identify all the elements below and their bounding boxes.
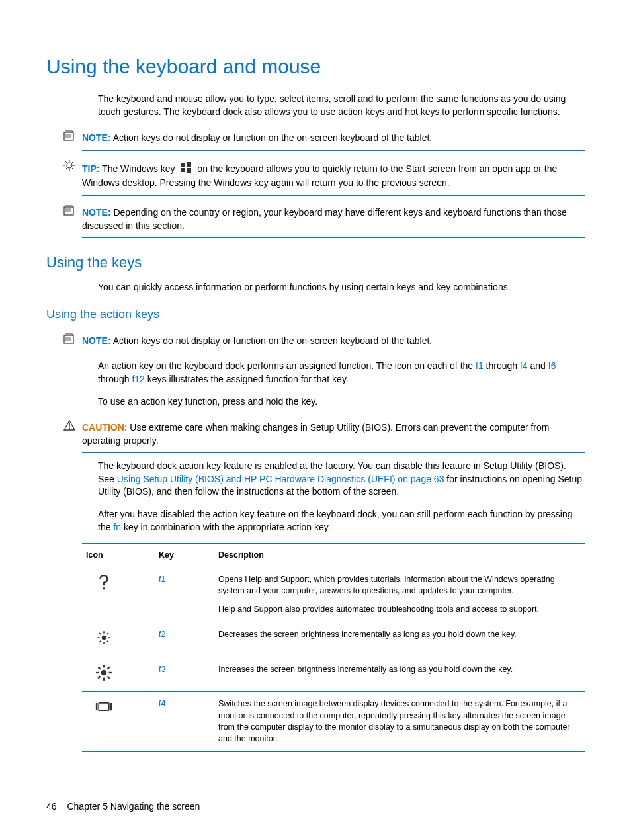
- key-fn: fn: [113, 522, 121, 532]
- note-icon: [63, 205, 75, 220]
- svg-rect-13: [181, 163, 185, 167]
- note-block-3: NOTE: Action keys do not display or func…: [82, 331, 585, 354]
- svg-line-46: [107, 667, 109, 669]
- note-icon: [63, 130, 75, 145]
- svg-rect-48: [96, 703, 98, 710]
- switch-display-icon: [95, 708, 112, 718]
- tip-text-before: The Windows key: [102, 163, 175, 173]
- svg-line-36: [99, 641, 101, 642]
- note-label: NOTE:: [82, 207, 111, 218]
- action-key-paragraph-1: An action key on the keyboard dock perfo…: [98, 360, 585, 386]
- svg-line-34: [99, 633, 101, 634]
- note-text: Depending on the country or region, your…: [82, 207, 567, 231]
- keys-intro: You can quickly access information or pe…: [98, 281, 585, 294]
- svg-line-45: [98, 676, 100, 678]
- brightness-up-icon: [95, 674, 112, 683]
- svg-rect-15: [181, 168, 185, 172]
- table-row: f3 Increases the screen brightness incre…: [82, 657, 585, 692]
- table-description: Opens Help and Support, which provides t…: [214, 567, 585, 622]
- svg-point-38: [101, 669, 107, 675]
- table-row: f1 Opens Help and Support, which provide…: [82, 567, 585, 622]
- help-icon: [95, 584, 112, 593]
- note-label: NOTE:: [82, 335, 111, 346]
- svg-line-12: [72, 161, 73, 163]
- svg-line-43: [98, 667, 100, 669]
- note-block-2: NOTE: Depending on the country or region…: [82, 202, 585, 238]
- key-f12: f12: [132, 374, 144, 384]
- svg-point-27: [69, 428, 70, 429]
- caution-label: CAUTION:: [82, 422, 127, 433]
- page-title: Using the keyboard and mouse: [46, 53, 585, 81]
- note-block-1: NOTE: Action keys do not display or func…: [82, 128, 585, 151]
- svg-rect-21: [64, 335, 73, 343]
- table-header-description: Description: [214, 544, 585, 567]
- table-key: f3: [155, 657, 214, 692]
- svg-line-11: [65, 168, 67, 169]
- table-description: Switches the screen image between displa…: [214, 692, 585, 752]
- tip-icon: [63, 160, 75, 176]
- key-f4: f4: [520, 360, 528, 371]
- action-key-paragraph-2: To use an action key function, press and…: [98, 396, 585, 409]
- svg-rect-49: [110, 703, 112, 710]
- note-text: Action keys do not display or function o…: [113, 132, 433, 143]
- table-key: f1: [155, 567, 214, 622]
- svg-line-10: [72, 168, 73, 169]
- action-key-paragraph-3: The keyboard dock action key feature is …: [98, 460, 585, 499]
- note-text: Action keys do not display or function o…: [113, 335, 433, 346]
- svg-rect-14: [187, 162, 191, 167]
- table-header-icon: Icon: [82, 544, 155, 567]
- svg-point-4: [67, 163, 72, 168]
- table-header-key: Key: [155, 544, 214, 567]
- tip-label: TIP:: [82, 163, 99, 173]
- action-key-paragraph-4: After you have disabled the action key f…: [98, 508, 585, 534]
- caution-block: CAUTION: Use extreme care when making ch…: [82, 417, 585, 453]
- key-f6: f6: [548, 360, 556, 371]
- note-label: NOTE:: [82, 132, 111, 143]
- svg-line-35: [107, 641, 108, 642]
- svg-rect-0: [64, 132, 73, 140]
- table-key: f4: [155, 692, 214, 752]
- table-description: Decreases the screen brightness incremen…: [214, 622, 585, 657]
- svg-rect-17: [64, 207, 73, 215]
- caution-icon: [63, 420, 75, 435]
- table-row: f4 Switches the screen image between dis…: [82, 692, 585, 752]
- svg-line-44: [107, 676, 109, 678]
- tip-block: TIP: The Windows key on the keyboard all…: [82, 157, 585, 196]
- windows-key-icon: [180, 161, 192, 177]
- setup-utility-link[interactable]: Using Setup Utility (BIOS) and HP PC Har…: [117, 474, 444, 484]
- note-icon: [63, 333, 75, 348]
- intro-paragraph: The keyboard and mouse allow you to type…: [98, 93, 585, 118]
- svg-point-28: [103, 587, 105, 589]
- subsection-heading-action-keys: Using the action keys: [46, 306, 585, 323]
- caution-text: Use extreme care when making changes in …: [82, 422, 549, 446]
- svg-line-37: [107, 633, 108, 634]
- table-key: f2: [155, 622, 214, 657]
- table-description: Increases the screen brightness incremen…: [214, 657, 585, 692]
- svg-point-29: [102, 636, 106, 640]
- svg-rect-47: [99, 703, 109, 710]
- key-f1: f1: [476, 360, 484, 371]
- svg-line-9: [65, 161, 67, 163]
- section-heading-keys: Using the keys: [46, 253, 585, 273]
- brightness-down-icon: [95, 639, 112, 648]
- table-row: f2 Decreases the screen brightness incre…: [82, 622, 585, 657]
- svg-rect-16: [187, 168, 191, 173]
- action-keys-table: Icon Key Description f1 Opens Help and S…: [82, 543, 585, 752]
